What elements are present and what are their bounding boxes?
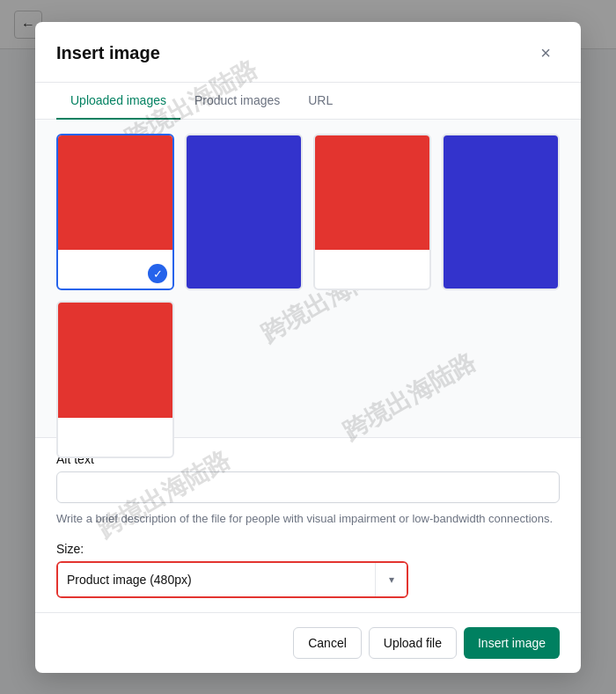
- size-section: Size: Product image (480px) Small (100px…: [56, 542, 560, 598]
- tab-product-images[interactable]: Product images: [180, 83, 294, 120]
- image-thumb-3[interactable]: [313, 134, 431, 291]
- thumb-inner-2: [187, 135, 301, 289]
- selected-check-1: ✓: [148, 264, 167, 283]
- image-thumb-5[interactable]: [56, 301, 174, 458]
- modal-bottom: Alt text Write a brief description of th…: [35, 437, 581, 612]
- image-thumb-4[interactable]: [442, 134, 560, 291]
- upload-file-button[interactable]: Upload file: [369, 627, 457, 659]
- size-label: Size:: [56, 542, 560, 556]
- alt-text-hint: Write a brief description of the file fo…: [56, 510, 560, 528]
- insert-image-modal: 跨境出海陆路 跨境出海陆路 跨境出海陆路 跨境出海陆路 Insert image…: [35, 22, 581, 673]
- select-chevron-icon: ▾: [375, 563, 407, 596]
- modal-header: Insert image ×: [35, 22, 581, 83]
- insert-image-button[interactable]: Insert image: [464, 627, 560, 659]
- size-select-wrapper: Product image (480px) Small (100px) Medi…: [56, 561, 408, 598]
- modal-overlay: 跨境出海陆路 跨境出海陆路 跨境出海陆路 跨境出海陆路 Insert image…: [0, 0, 616, 694]
- tab-uploaded-images[interactable]: Uploaded images: [56, 83, 180, 120]
- image-grid: ✓: [56, 134, 560, 458]
- size-select[interactable]: Product image (480px) Small (100px) Medi…: [58, 563, 375, 596]
- image-thumb-1[interactable]: ✓: [56, 134, 174, 291]
- tab-url[interactable]: URL: [294, 83, 347, 120]
- tab-bar: Uploaded images Product images URL: [35, 83, 581, 120]
- image-thumb-2[interactable]: [185, 134, 303, 291]
- thumb-inner-4: [444, 135, 558, 289]
- thumb-inner-3: [315, 135, 429, 289]
- modal-title: Insert image: [56, 43, 160, 63]
- modal-footer: Cancel Upload file Insert image: [35, 612, 581, 673]
- close-button[interactable]: ×: [532, 40, 560, 68]
- thumb-inner-5: [58, 303, 172, 457]
- alt-text-input[interactable]: [56, 471, 560, 503]
- images-area: ✓: [35, 120, 581, 438]
- cancel-button[interactable]: Cancel: [293, 627, 362, 659]
